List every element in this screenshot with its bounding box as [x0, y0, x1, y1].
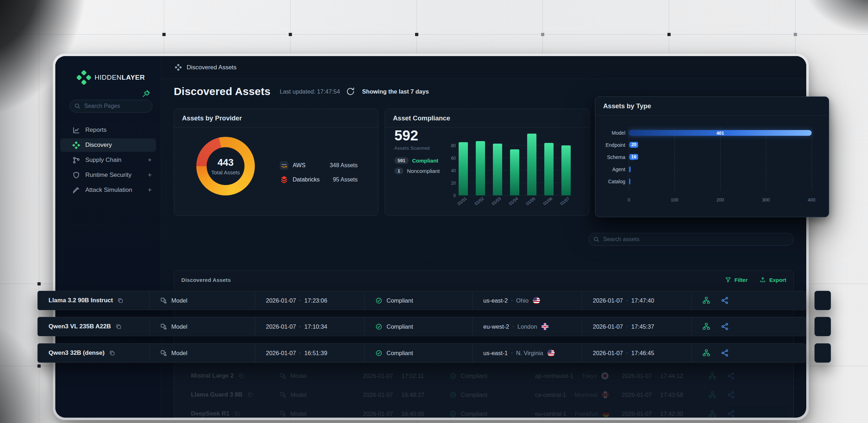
assets-by-provider-card: Assets by Provider 443 Total Assets	[174, 109, 378, 216]
region-location: Tokyo	[582, 373, 597, 379]
scan-date: 2026-01-07	[266, 323, 296, 330]
table-row[interactable]: Mistral Large 2 Model 2026-01-07 · 17:02…	[180, 367, 788, 384]
cell-name: Mistral Large 2	[180, 367, 268, 384]
refresh-icon[interactable]	[346, 87, 355, 96]
card-title: Assets by Provider	[182, 114, 242, 122]
scan-hierarchy-icon[interactable]	[708, 410, 716, 418]
region-flag-icon	[547, 349, 555, 357]
compliant-check-icon	[375, 297, 382, 304]
scan-hierarchy-icon[interactable]	[702, 323, 710, 330]
sidebar-item-label: Supply Chain	[85, 156, 121, 164]
table-row[interactable]: DeepSeek R1 Model 2026-01-07 · 16:40:05	[180, 405, 788, 418]
cell-actions	[697, 367, 788, 384]
expand-plus-icon[interactable]: +	[148, 186, 152, 194]
region-location: N. Virginia	[516, 350, 543, 357]
filter-button[interactable]: Filter	[725, 277, 748, 283]
hiddenlayer-flower-icon	[77, 70, 91, 85]
graph-share-icon[interactable]	[727, 391, 735, 399]
noncompliant-label: Noncompliant	[407, 168, 440, 174]
compliant-check-icon	[375, 350, 382, 357]
assets-by-type-card: Assets by Type 0100200300400Model401Endp…	[595, 96, 829, 217]
scan-time: 17:02:11	[402, 373, 424, 379]
region-flag-icon	[601, 372, 609, 379]
legend-name: AWS	[293, 162, 306, 169]
type-bar: 401	[629, 130, 812, 136]
status-text: Compliant	[387, 297, 413, 304]
table-row[interactable]: Llama Guard 3 8B Model 2026-01-07 · 16:4…	[180, 386, 788, 403]
popped-row-3[interactable]: Qwen3 32B (dense) Model 2026-01-07 · 16:…	[37, 343, 806, 363]
cell-status: Compliant	[364, 291, 472, 310]
type-row: Model401	[604, 127, 820, 139]
sidebar-item-reports[interactable]: Reports	[55, 123, 161, 138]
sidebar-item-attack-simulation[interactable]: Attack Simulation +	[55, 183, 161, 198]
sidebar-item-runtime-security[interactable]: Runtime Security +	[55, 168, 161, 183]
updated-time: 17:44:12	[660, 373, 683, 379]
asset-type: Model	[171, 323, 187, 330]
discovery-icon	[72, 141, 80, 149]
cell-name: Qwen3 VL 235B A22B	[38, 317, 149, 336]
region-flag-icon	[533, 297, 540, 304]
scan-hierarchy-icon[interactable]	[708, 391, 716, 399]
discovery-page-icon	[175, 64, 182, 71]
cell-name: Llama 3.2 90B Instruct	[38, 291, 149, 310]
copy-icon[interactable]	[238, 373, 244, 379]
scan-hierarchy-icon[interactable]	[702, 349, 710, 357]
breadcrumb-bar: Discovered Assets	[161, 56, 806, 79]
popped-row-2[interactable]: Qwen3 VL 235B A22B Model 2026-01-07 · 17…	[37, 317, 806, 336]
brand-logo[interactable]: HIDDENLAYER	[77, 70, 145, 85]
export-button[interactable]: Export	[760, 277, 786, 283]
asset-type: Model	[291, 392, 307, 398]
scan-hierarchy-icon[interactable]	[702, 297, 710, 304]
cell-name: Qwen3 32B (dense)	[38, 344, 149, 362]
scan-time: 16:51:39	[304, 350, 327, 357]
scan-date: 2026-01-07	[363, 392, 393, 398]
row-overflow-cap	[814, 291, 831, 310]
updated-time: 17:45:37	[631, 323, 654, 330]
expand-plus-icon[interactable]: +	[148, 171, 152, 179]
table-row[interactable]: Qwen3 32B (dense) Model 2026-01-07 · 16:…	[38, 344, 806, 362]
status-text: Compliant	[461, 392, 487, 398]
total-assets-label: Total Assets	[211, 169, 240, 175]
graph-share-icon[interactable]	[721, 297, 729, 304]
graph-share-icon[interactable]	[721, 349, 729, 357]
region-code: eu-west-2	[483, 323, 509, 330]
popped-row-1[interactable]: Llama 3.2 90B Instruct Model 2026-01-07 …	[37, 291, 806, 310]
scan-hierarchy-icon[interactable]	[708, 372, 716, 380]
copy-icon[interactable]	[247, 392, 253, 398]
copy-icon[interactable]	[234, 410, 240, 417]
model-type-icon	[279, 373, 286, 379]
shield-icon	[72, 171, 80, 179]
model-type-icon	[279, 410, 286, 417]
sidebar-item-discovery[interactable]: Discovery	[55, 138, 161, 153]
compliance-bar: 01/01	[459, 142, 468, 195]
assets-scanned-label: Assets Scanned	[394, 146, 440, 151]
table-row[interactable]: Qwen3 VL 235B A22B Model 2026-01-07 · 17…	[38, 317, 806, 336]
sidebar-item-supply-chain[interactable]: Supply Chain +	[55, 153, 161, 168]
copy-icon[interactable]	[115, 323, 122, 330]
graph-share-icon[interactable]	[727, 372, 735, 380]
sidebar-search-input[interactable]	[70, 100, 152, 113]
compliance-chart: 01/0101/0201/0301/0401/0501/0601/07 0204…	[446, 128, 584, 213]
updated-time: 17:46:45	[631, 350, 654, 357]
cell-scan-date: 2026-01-07 · 16:48:27	[352, 386, 439, 403]
compliance-bar: 01/02	[476, 141, 485, 195]
search-assets-input[interactable]	[589, 233, 794, 246]
scan-time: 16:40:05	[402, 410, 424, 417]
scan-date: 2026-01-07	[266, 350, 296, 357]
pin-sidebar-icon[interactable]	[142, 89, 151, 98]
graph-share-icon[interactable]	[721, 323, 729, 330]
region-code: eu-central-1	[535, 410, 566, 417]
type-row: Catalog	[604, 175, 820, 188]
table-row[interactable]: Llama 3.2 90B Instruct Model 2026-01-07 …	[38, 291, 806, 310]
asset-type: Model	[171, 297, 187, 304]
copy-icon[interactable]	[117, 297, 123, 304]
graph-share-icon[interactable]	[727, 410, 735, 418]
asset-type: Model	[291, 410, 307, 417]
sidebar-menu: Reports Discovery	[55, 123, 161, 198]
copy-icon[interactable]	[109, 350, 115, 356]
asset-type: Model	[291, 373, 307, 379]
expand-plus-icon[interactable]: +	[148, 156, 152, 164]
brand-wordmark: HIDDENLAYER	[95, 74, 145, 81]
asset-name: DeepSeek R1	[191, 410, 229, 417]
type-row: Schema16	[604, 151, 820, 163]
